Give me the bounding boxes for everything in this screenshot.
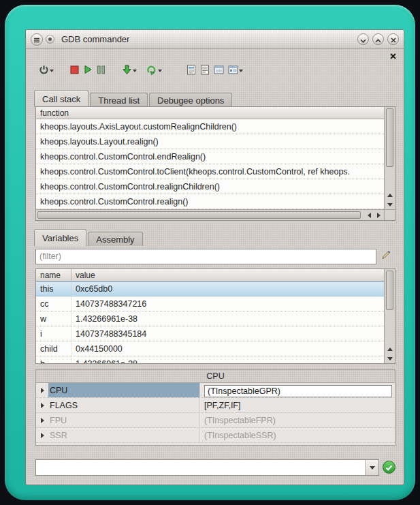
tab-debugee-options[interactable]: Debugee options [149,93,232,107]
stop-icon [70,65,79,77]
scroll-down-button[interactable] [385,354,395,363]
variables-column-name[interactable]: name [36,269,71,281]
scrollbar-thumb[interactable] [386,108,393,167]
variable-row[interactable]: i 140737488345184 [36,326,384,341]
cpu-row[interactable]: CPU (TInspectableGPR) [36,383,395,398]
expand-icon[interactable] [36,398,48,412]
stack-tab-bar: Call stack Thread list Debugee options [34,90,233,107]
message-list-button[interactable] [198,62,212,80]
dropdown-arrow-icon[interactable] [133,70,137,72]
stop-button[interactable] [68,62,81,80]
tab-assembly[interactable]: Assembly [88,232,142,246]
call-stack-column-header[interactable]: function [36,107,384,119]
variable-row[interactable]: b 1.43266961e-38 [36,356,384,363]
gdb-command-combobox[interactable] [35,459,379,476]
dropdown-arrow-icon[interactable] [158,70,162,72]
cpu-register-value-cell: (TInspectableGPR) [199,383,395,397]
dropdown-arrow-icon[interactable] [50,70,54,72]
run-icon [83,65,93,77]
run-button[interactable] [81,62,95,80]
step-over-icon [146,65,157,78]
variables-list: this 0xc65db0 cc 140737488347216 w 1.432… [36,281,384,363]
variable-value: 0x44150000 [71,341,384,356]
variable-name: i [36,326,71,341]
variable-row[interactable]: w 1.43266961e-38 [36,311,384,326]
cpu-register-group[interactable]: SSR [48,428,199,442]
expand-icon[interactable] [36,428,48,442]
titlebar[interactable]: GDB commander [26,30,404,49]
dock-close-button[interactable] [389,52,397,60]
cpu-register-value: (TInspectableSSR) [199,428,395,442]
scrollbar-thumb[interactable] [37,211,361,219]
scroll-up-button[interactable] [385,344,395,354]
dropdown-arrow-icon[interactable] [239,70,243,72]
call-stack-row[interactable]: kheops.layouts.AxisLayout.customRealignC… [36,119,384,134]
window-menu-button[interactable] [31,33,43,46]
scroll-up-button[interactable] [385,190,395,200]
pause-icon [97,65,106,77]
tab-thread-list[interactable]: Thread list [90,93,148,107]
variables-vertical-scrollbar[interactable] [384,269,395,363]
scrollbar-thumb[interactable] [386,271,393,310]
minimize-button[interactable] [357,33,369,45]
call-stack-row[interactable]: kheops.control.CustomControl.realign() [36,194,384,209]
step-into-icon [122,65,132,78]
step-over-button[interactable] [144,62,164,80]
window-icon [214,65,224,77]
call-stack-row[interactable]: kheops.control.CustomControl.endRealign(… [36,149,384,164]
tab-variables[interactable]: Variables [34,229,86,246]
send-command-button[interactable] [383,461,395,474]
scroll-down-button[interactable] [385,200,395,209]
expand-icon[interactable] [36,383,48,397]
variable-row[interactable]: child 0x44150000 [36,341,384,356]
cpu-register-tree: CPU (TInspectableGPR) FLAGS [PF,ZF,IF] F… [36,382,395,445]
variable-row[interactable]: cc 140737488347216 [36,296,384,311]
scroll-left-button[interactable] [364,210,374,220]
cpu-register-value: (TInspectableFPR) [199,413,395,427]
tab-call-stack[interactable]: Call stack [34,90,88,107]
scroll-right-button[interactable] [374,210,384,220]
check-icon [385,461,393,474]
filter-input[interactable] [35,249,376,264]
cpu-register-group[interactable]: CPU [48,383,199,397]
window-title: GDB commander [61,34,129,44]
call-stack-list: function kheops.layouts.AxisLayout.custo… [36,107,384,209]
variable-value: 1.43266961e-38 [71,311,384,326]
pause-button[interactable] [95,62,108,80]
pen-icon [381,249,391,263]
variable-name: this [36,282,71,296]
step-into-button[interactable] [120,62,139,80]
variable-row[interactable]: this 0xc65db0 [36,281,384,296]
cpu-register-group[interactable]: FPU [48,413,199,427]
expand-icon[interactable] [36,413,48,427]
call-stack-vertical-scrollbar[interactable] [384,107,395,209]
cpu-row[interactable]: FPU (TInspectableFPR) [36,413,395,428]
call-stack-horizontal-scrollbar[interactable] [36,209,384,220]
cpu-row[interactable]: FLAGS [PF,ZF,IF] [36,398,395,413]
call-stack-panel: function kheops.layouts.AxisLayout.custo… [35,106,395,221]
maximize-button[interactable] [372,33,384,45]
cpu-value-editor[interactable]: (TInspectableGPR) [204,385,392,397]
menu-icon [33,33,40,46]
close-button[interactable] [387,33,399,45]
power-button[interactable] [37,62,56,80]
pin-button[interactable] [46,35,54,44]
cpu-register-group[interactable]: FLAGS [48,398,199,412]
memory-window-button[interactable] [212,62,226,80]
window-search-icon [228,65,238,77]
gdb-command-input[interactable] [36,460,365,475]
cpu-row[interactable]: SSR (TInspectableSSR) [36,428,395,443]
document-icon [187,65,196,78]
call-stack-row[interactable]: kheops.control.CustomControl.realignChil… [36,179,384,194]
variable-value: 140737488347216 [71,296,384,311]
combobox-dropdown-button[interactable] [365,460,378,475]
variables-column-value[interactable]: value [71,269,384,281]
filter-options-button[interactable] [381,249,391,263]
call-stack-row[interactable]: kheops.control.CustomControl.toClient(kh… [36,164,384,179]
variable-value: 1.43266961e-38 [71,356,384,363]
source-document-button[interactable] [184,62,198,80]
windows-menu-button[interactable] [226,62,245,80]
variable-name: child [36,341,71,356]
cpu-register-value: [PF,ZF,IF] [199,398,395,412]
call-stack-row[interactable]: kheops.layouts.Layout.realign() [36,134,384,149]
